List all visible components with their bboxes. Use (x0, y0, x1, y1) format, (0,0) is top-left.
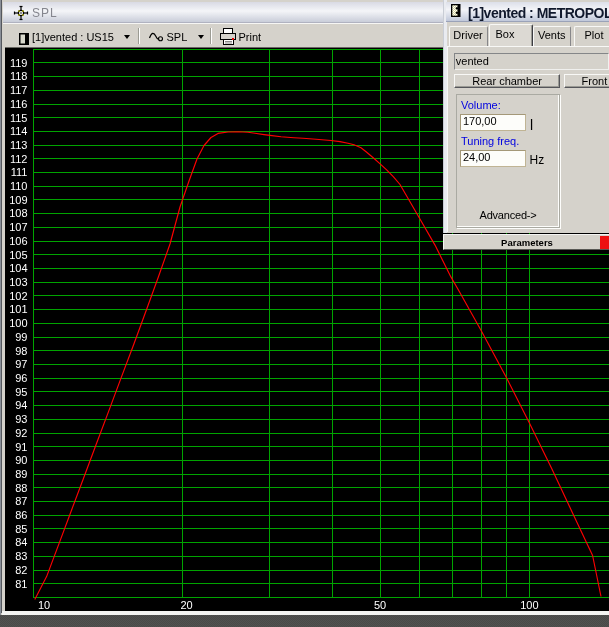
svg-text:86: 86 (15, 509, 27, 521)
svg-text:111: 111 (11, 166, 28, 178)
svg-text:20: 20 (180, 599, 192, 611)
svg-text:107: 107 (9, 221, 27, 233)
svg-text:103: 103 (9, 276, 27, 288)
svg-text:89: 89 (15, 468, 27, 480)
svg-text:50: 50 (374, 599, 386, 611)
svg-text:85: 85 (15, 523, 27, 535)
svg-text:91: 91 (15, 441, 27, 453)
svg-text:100: 100 (9, 317, 27, 329)
svg-text:100: 100 (520, 599, 538, 611)
svg-text:113: 113 (10, 139, 28, 151)
svg-text:88: 88 (15, 482, 27, 494)
svg-text:93: 93 (15, 413, 27, 425)
svg-text:106: 106 (9, 235, 27, 247)
svg-text:104: 104 (9, 262, 27, 274)
svg-text:97: 97 (15, 358, 27, 370)
svg-text:99: 99 (15, 331, 27, 343)
svg-text:119: 119 (10, 57, 28, 69)
svg-text:84: 84 (15, 536, 27, 548)
svg-text:82: 82 (15, 564, 27, 576)
svg-text:92: 92 (15, 427, 27, 439)
svg-text:115: 115 (10, 112, 28, 124)
svg-text:114: 114 (10, 125, 28, 137)
svg-text:118: 118 (10, 70, 28, 82)
svg-text:10: 10 (38, 599, 50, 611)
svg-text:105: 105 (9, 249, 27, 261)
svg-text:96: 96 (15, 372, 27, 384)
svg-text:102: 102 (9, 290, 27, 302)
svg-text:90: 90 (15, 454, 27, 466)
svg-text:101: 101 (9, 303, 27, 315)
svg-text:81: 81 (15, 578, 27, 590)
svg-text:109: 109 (9, 194, 27, 206)
svg-text:98: 98 (15, 345, 27, 357)
svg-text:94: 94 (15, 399, 27, 411)
svg-text:87: 87 (15, 495, 27, 507)
svg-text:112: 112 (10, 153, 28, 165)
svg-text:95: 95 (15, 386, 27, 398)
svg-text:83: 83 (15, 550, 27, 562)
svg-text:117: 117 (10, 84, 28, 96)
svg-text:108: 108 (9, 207, 27, 219)
svg-text:110: 110 (10, 180, 28, 192)
svg-text:116: 116 (10, 98, 28, 110)
